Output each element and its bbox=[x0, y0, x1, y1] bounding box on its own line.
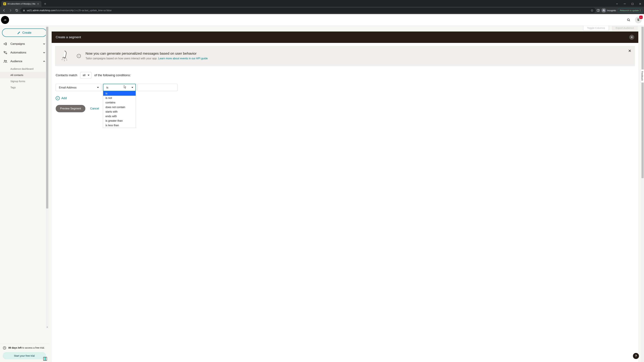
page-viewport: S 1 Create Campaigns bbox=[0, 14, 644, 362]
close-tab-icon[interactable] bbox=[37, 2, 40, 5]
subnav-audience-dashboard[interactable]: Audience dashboard bbox=[10, 66, 49, 72]
plus-icon: + bbox=[56, 96, 60, 100]
notice-body: Tailor campaigns based on how users inte… bbox=[86, 56, 624, 60]
app-header: S 1 bbox=[0, 14, 644, 26]
dismiss-notice-button[interactable] bbox=[628, 49, 631, 52]
panel-header: Create a segment bbox=[52, 31, 638, 43]
condition-row: Email Address is is bbox=[56, 84, 634, 91]
preview-segment-button[interactable]: Preview Segment bbox=[56, 105, 85, 112]
address-bar[interactable]: us21.admin.mailchimp.com/lists/members/#… bbox=[20, 8, 596, 13]
svg-rect-2 bbox=[597, 9, 600, 11]
notice-illustration bbox=[59, 49, 72, 63]
reload-button[interactable] bbox=[14, 8, 20, 13]
window-controls bbox=[613, 1, 644, 7]
operator-option[interactable]: is bbox=[103, 91, 136, 96]
operator-option[interactable]: contains bbox=[103, 100, 136, 105]
browser-toolbar: us21.admin.mailchimp.com/lists/members/#… bbox=[0, 7, 644, 14]
close-panel-button[interactable] bbox=[629, 35, 634, 40]
match-scope-select[interactable]: all bbox=[80, 72, 92, 78]
feedback-tab[interactable]: Feedback bbox=[640, 69, 644, 83]
megaphone-icon bbox=[3, 42, 8, 46]
chevron-down-icon bbox=[43, 51, 45, 54]
field-select[interactable]: Email Address bbox=[56, 84, 101, 91]
nav-automations[interactable]: Automations bbox=[0, 48, 49, 57]
back-button[interactable] bbox=[1, 8, 7, 13]
sidebar: Create Campaigns Automations bbox=[0, 26, 49, 362]
sidebar-scrollbar[interactable]: ▾ bbox=[46, 26, 49, 329]
tab-strip: M All subscribers of Moodjoy | Ma bbox=[0, 0, 644, 7]
mailchimp-favicon: M bbox=[3, 2, 6, 5]
svg-point-10 bbox=[4, 51, 5, 52]
operator-option[interactable]: is not bbox=[103, 96, 136, 100]
svg-point-13 bbox=[6, 60, 7, 61]
forward-button[interactable] bbox=[8, 8, 13, 13]
url-text: us21.admin.mailchimp.com/lists/members/#… bbox=[27, 9, 589, 12]
lock-icon bbox=[23, 9, 25, 11]
svg-point-16 bbox=[66, 60, 67, 60]
trial-message: 89 days left to access a free trial. bbox=[8, 346, 45, 350]
minimize-icon[interactable] bbox=[621, 1, 628, 7]
svg-point-5 bbox=[640, 11, 640, 11]
help-button[interactable]: ? bbox=[633, 353, 639, 359]
svg-point-12 bbox=[4, 60, 5, 61]
start-trial-button[interactable]: Start your free trial bbox=[3, 352, 46, 359]
value-input[interactable] bbox=[138, 84, 178, 91]
operator-option[interactable]: ends with bbox=[103, 114, 136, 118]
subnav-tags[interactable]: Tags bbox=[10, 84, 49, 90]
chevron-down-icon bbox=[132, 87, 133, 88]
incognito-indicator[interactable]: Incognito bbox=[602, 8, 616, 13]
tab-title: All subscribers of Moodjoy | Ma bbox=[8, 3, 36, 5]
main-content: Toggle Columns Export Audience Create a … bbox=[49, 26, 644, 362]
browser-tab[interactable]: M All subscribers of Moodjoy | Ma bbox=[1, 1, 42, 7]
operator-option[interactable]: is less than bbox=[103, 123, 136, 128]
segment-builder: Contacts match all of the following cond… bbox=[52, 69, 638, 115]
clock-icon bbox=[3, 346, 6, 350]
audience-icon bbox=[3, 59, 8, 63]
svg-point-15 bbox=[62, 59, 62, 60]
svg-point-17 bbox=[64, 60, 65, 61]
svg-rect-1 bbox=[632, 3, 633, 5]
notice-heading: Now you can generate personalized messag… bbox=[86, 51, 624, 55]
svg-point-7 bbox=[5, 19, 6, 19]
audience-submenu: Audience dashboard All contacts Signup f… bbox=[0, 66, 49, 90]
chevron-down-icon[interactable] bbox=[613, 1, 621, 7]
subnav-all-contacts[interactable]: All contacts bbox=[0, 72, 49, 78]
chevron-up-icon bbox=[43, 60, 45, 62]
info-icon: i bbox=[77, 54, 81, 58]
add-condition-button[interactable]: + Add bbox=[56, 96, 634, 100]
svg-rect-0 bbox=[624, 4, 626, 4]
accessibility-chip-icon[interactable] bbox=[43, 357, 47, 361]
match-post-label: of the following conditions: bbox=[94, 73, 131, 77]
segment-panel: Create a segment i Now you can generate … bbox=[52, 31, 638, 362]
operator-dropdown: is is not contains does not contain star… bbox=[103, 91, 136, 128]
panel-icon[interactable] bbox=[597, 9, 600, 12]
operator-option[interactable]: is greater than bbox=[103, 118, 136, 123]
operator-option[interactable]: does not contain bbox=[103, 105, 136, 109]
scroll-down-icon[interactable]: ▾ bbox=[46, 326, 49, 329]
mailchimp-logo[interactable] bbox=[1, 16, 9, 24]
relaunch-button[interactable]: Relaunch to update bbox=[618, 8, 643, 13]
nav-audience[interactable]: Audience bbox=[0, 57, 49, 66]
scrollbar-thumb[interactable] bbox=[46, 27, 48, 209]
trial-box: 89 days left to access a free trial. Sta… bbox=[0, 343, 49, 362]
nav-campaigns[interactable]: Campaigns bbox=[0, 39, 49, 48]
account-avatar[interactable]: S 1 bbox=[635, 16, 642, 23]
incognito-icon bbox=[602, 8, 606, 13]
info-notice: i Now you can generate personalized mess… bbox=[55, 46, 635, 66]
search-button[interactable] bbox=[625, 16, 632, 23]
cancel-button[interactable]: Cancel bbox=[90, 107, 99, 110]
subnav-signup-forms[interactable]: Signup forms bbox=[10, 78, 49, 84]
scrollbar-thumb[interactable] bbox=[642, 27, 644, 178]
window-close-icon[interactable] bbox=[636, 1, 644, 7]
chevron-down-icon bbox=[43, 43, 45, 45]
new-tab-button[interactable] bbox=[43, 1, 48, 6]
svg-point-6 bbox=[2, 17, 8, 22]
operator-select[interactable]: is bbox=[103, 84, 136, 91]
chevron-down-icon bbox=[97, 87, 99, 88]
notice-link[interactable]: Learn more about events in our API guide bbox=[158, 57, 208, 60]
create-button[interactable]: Create bbox=[2, 28, 46, 37]
match-pre-label: Contacts match bbox=[56, 73, 77, 77]
star-icon[interactable] bbox=[591, 9, 593, 12]
operator-option[interactable]: starts with bbox=[103, 109, 136, 114]
maximize-icon[interactable] bbox=[628, 1, 636, 7]
